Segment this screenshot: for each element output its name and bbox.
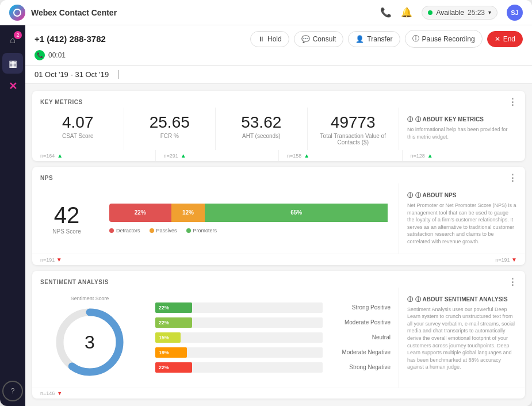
strong-positive-label: Strong Positive <box>327 304 391 311</box>
sentiment-about-title: ⓘ ⓘ ABOUT SENTIMENT ANALYSIS <box>407 296 517 304</box>
moderate-negative-track: 19% <box>155 347 323 358</box>
pause-recording-button[interactable]: ⓘ Pause Recording <box>405 30 483 48</box>
moderate-positive-track: 22% <box>155 317 323 328</box>
key-metrics-about: ⓘ ⓘ ABOUT KEY METRICS No informational h… <box>399 108 525 150</box>
chevron-down-icon: ▾ <box>488 9 491 16</box>
footer-aht: n=158 ▲ <box>279 150 403 161</box>
sentiment-bar-strong-negative: 22% Strong Negative <box>155 362 391 373</box>
sidebar-item-dashboard[interactable]: ▦ <box>2 53 23 74</box>
phone-icon[interactable]: 📞 <box>380 7 392 18</box>
sentiment-main: Sentiment Score 3 <box>32 288 399 388</box>
end-icon: ✕ <box>495 35 500 43</box>
sentiment-footer: n=146 ▼ <box>32 388 525 399</box>
consult-button[interactable]: 💬 Consult <box>294 31 344 47</box>
moderate-positive-fill: 22% <box>155 317 192 328</box>
metric-fcr-label: FCR % <box>160 133 179 139</box>
sentiment-title: SENTIMENT ANALYSIS <box>40 279 109 285</box>
hold-button[interactable]: ⏸ Hold <box>250 31 289 47</box>
nps-menu[interactable]: ⋮ <box>508 173 518 183</box>
metric-fcr: 25.65 FCR % <box>124 108 216 150</box>
strong-negative-track: 22% <box>155 362 323 373</box>
detractors-dot <box>109 228 114 233</box>
metric-csat-label: CSAT Score <box>62 133 94 139</box>
strong-negative-label: Strong Negative <box>327 364 391 370</box>
app-title: Webex Contact Center <box>31 8 380 17</box>
trend-tv: ▲ <box>427 152 433 159</box>
key-metrics-values: 4.07 CSAT Score 25.65 FCR % 53.62 AHT (s… <box>32 108 399 150</box>
sentiment-bar-moderate-positive: 22% Moderate Positive <box>155 317 391 328</box>
info-icon-nps: ⓘ <box>407 191 413 200</box>
footer-fcr-n: n=291 <box>164 153 178 159</box>
help-button[interactable]: ? <box>2 381 23 401</box>
dashboard: KEY METRICS ⋮ 4.07 CSAT Score 25.65 FCR … <box>25 84 532 406</box>
strong-positive-track: 22% <box>155 302 323 313</box>
sentiment-bar-moderate-negative: 19% Moderate Negative <box>155 347 391 358</box>
date-range-bar: 01 Oct '19 - 31 Oct '19 <box>25 66 532 84</box>
nps-trend2: ▼ <box>511 256 517 263</box>
hold-icon: ⏸ <box>258 35 265 43</box>
moderate-positive-label: Moderate Positive <box>327 319 391 325</box>
call-phone-number: +1 (412) 288-3782 <box>35 34 106 44</box>
legend-detractors: Detractors <box>109 228 140 233</box>
sentiment-bar-strong-positive: 22% Strong Positive <box>155 302 391 313</box>
avatar[interactable]: SJ <box>507 5 523 21</box>
strong-negative-fill: 22% <box>155 362 192 373</box>
sidebar-bottom: ? <box>2 381 23 401</box>
consult-icon: 💬 <box>301 35 310 43</box>
key-metrics-body: 4.07 CSAT Score 25.65 FCR % 53.62 AHT (s… <box>32 108 525 150</box>
metric-tv-label: Total Transaction Value of Contacts ($) <box>316 133 391 145</box>
bell-icon[interactable]: 🔔 <box>401 7 412 18</box>
nps-body: 42 NPS Score 22% 12% 65% <box>32 183 525 254</box>
sentiment-trend-icon: ▼ <box>57 390 62 396</box>
call-actions: ⏸ Hold 💬 Consult 👤 Transfer ⓘ <box>250 30 523 48</box>
home-badge: 2 <box>14 31 22 39</box>
trend-fcr: ▲ <box>181 152 186 159</box>
passives-label: Passives <box>156 228 177 233</box>
date-range-text[interactable]: 01 Oct '19 - 31 Oct '19 <box>35 70 119 79</box>
status-label: Available <box>436 9 464 17</box>
info-icon-sentiment: ⓘ <box>407 296 413 304</box>
call-bar: +1 (412) 288-3782 ⏸ Hold 💬 Consult 👤 T <box>25 25 532 66</box>
status-indicator <box>428 10 433 15</box>
nps-title: NPS <box>40 175 53 181</box>
sentiment-menu[interactable]: ⋮ <box>508 277 518 288</box>
transfer-icon: 👤 <box>355 35 364 43</box>
sentiment-score-sublabel: Sentiment Score <box>71 296 109 301</box>
nps-footer-right: n=191 ▼ <box>495 256 517 263</box>
nps-score-value: 42 <box>54 202 80 228</box>
app-logo <box>9 5 25 21</box>
nps-card: NPS ⋮ 42 NPS Score 22% <box>32 167 525 265</box>
call-active-icon: 📞 <box>35 50 45 60</box>
end-button[interactable]: ✕ End <box>487 31 523 47</box>
sidebar-item-home[interactable]: ⌂ 2 <box>2 30 23 51</box>
sentiment-gauge-area: Sentiment Score 3 <box>32 288 147 388</box>
nps-about-title: ⓘ ⓘ ABOUT NPS <box>407 191 517 200</box>
detractors-label: Detractors <box>116 228 140 233</box>
metric-csat: 4.07 CSAT Score <box>32 108 124 150</box>
sidebar-item-x[interactable]: ✕ <box>2 76 23 97</box>
nps-header: NPS ⋮ <box>32 167 525 183</box>
footer-csat: n=164 ▲ <box>32 150 156 161</box>
promoters-dot <box>186 228 191 233</box>
moderate-negative-label: Moderate Negative <box>327 349 391 355</box>
status-badge[interactable]: Available 25:23 ▾ <box>422 6 497 20</box>
strong-positive-fill: 22% <box>155 302 192 313</box>
nps-footer-left: n=191 ▼ <box>40 256 62 263</box>
legend-passives: Passives <box>150 228 177 233</box>
nps-footer: n=191 ▼ n=191 ▼ <box>32 254 525 265</box>
sentiment-header: SENTIMENT ANALYSIS ⋮ <box>32 271 525 288</box>
footer-tv: n=128 ▲ <box>403 150 526 161</box>
nps-chart-area: 22% 12% 65% Detractors <box>101 183 399 254</box>
sentiment-about-text: Sentiment Analysis uses our powerful Dee… <box>407 306 517 371</box>
pause-recording-icon: ⓘ <box>412 34 419 44</box>
status-timer: 25:23 <box>468 9 485 17</box>
legend-promoters: Promoters <box>186 228 217 233</box>
key-metrics-header: KEY METRICS ⋮ <box>32 91 525 108</box>
key-metrics-footers: n=164 ▲ n=291 ▲ n=158 ▲ n=128 <box>32 150 525 161</box>
key-metrics-menu[interactable]: ⋮ <box>508 97 518 108</box>
metric-tv-value: 49773 <box>331 113 376 132</box>
key-metrics-card: KEY METRICS ⋮ 4.07 CSAT Score 25.65 FCR … <box>32 91 525 161</box>
nps-about: ⓘ ⓘ ABOUT NPS Net Promoter or Net Promot… <box>399 183 525 254</box>
transfer-button[interactable]: 👤 Transfer <box>348 31 400 47</box>
nps-trend: ▼ <box>56 256 62 263</box>
